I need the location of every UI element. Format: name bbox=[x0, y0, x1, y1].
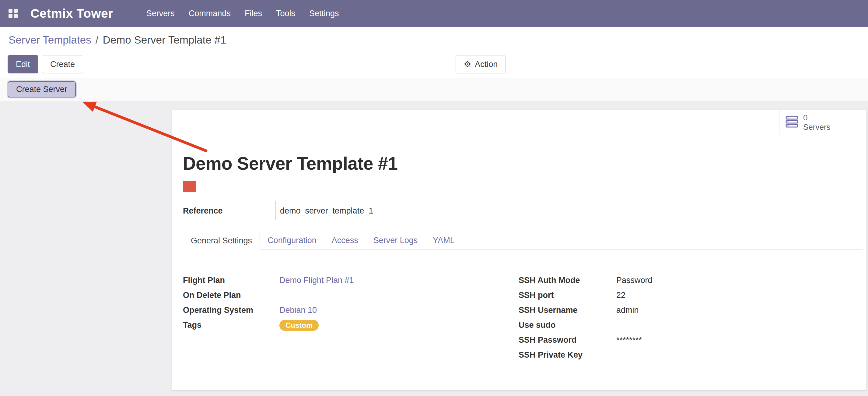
breadcrumb-current: Demo Server Template #1 bbox=[102, 34, 226, 46]
tab-access[interactable]: Access bbox=[324, 232, 366, 249]
field-label-ssh-port: SSH port bbox=[519, 291, 610, 300]
field-group-left: Flight Plan Demo Flight Plan #1 On Delet… bbox=[183, 273, 519, 333]
reference-field: Reference demo_server_template_1 bbox=[183, 201, 373, 220]
action-button-label: Action bbox=[475, 60, 498, 69]
operating-system-link[interactable]: Debian 10 bbox=[279, 306, 317, 315]
tag-custom: Custom bbox=[279, 320, 319, 331]
reference-label: Reference bbox=[183, 206, 275, 216]
field-label-ssh-username: SSH Username bbox=[519, 306, 610, 315]
apps-grid-icon[interactable] bbox=[8, 8, 18, 19]
general-settings-fields: Flight Plan Demo Flight Plan #1 On Delet… bbox=[183, 273, 859, 363]
record-color-swatch bbox=[183, 181, 196, 192]
tab-configuration[interactable]: Configuration bbox=[260, 232, 324, 249]
menu-item-commands[interactable]: Commands bbox=[182, 9, 238, 18]
ssh-password-value: ******** bbox=[610, 333, 859, 347]
servers-stat-button[interactable]: 0 Servers bbox=[779, 110, 864, 135]
action-button[interactable]: ⚙ Action bbox=[456, 55, 506, 74]
form-buttons-row: Edit Create ⚙ Action bbox=[0, 55, 868, 74]
top-navbar: Cetmix Tower Servers Commands Files Tool… bbox=[0, 0, 868, 27]
servers-stat-text: 0 Servers bbox=[803, 113, 831, 132]
servers-count: 0 bbox=[803, 113, 831, 122]
flight-plan-value: Demo Flight Plan #1 bbox=[279, 273, 519, 288]
tags-value: Custom bbox=[279, 318, 519, 333]
ssh-port-value: 22 bbox=[610, 288, 859, 303]
tab-general-settings[interactable]: General Settings bbox=[183, 232, 260, 250]
ssh-auth-mode-value: Password bbox=[610, 273, 859, 288]
menu-item-tools[interactable]: Tools bbox=[269, 9, 302, 18]
field-label-flight-plan: Flight Plan bbox=[183, 276, 279, 285]
create-button[interactable]: Create bbox=[42, 55, 83, 74]
main-menu: Servers Commands Files Tools Settings bbox=[140, 9, 346, 18]
servers-count-label: Servers bbox=[803, 122, 831, 132]
server-stack-icon bbox=[785, 116, 798, 129]
field-label-on-delete-plan: On Delete Plan bbox=[183, 291, 279, 300]
menu-item-files[interactable]: Files bbox=[238, 9, 269, 18]
content-area: 0 Servers Demo Server Template #1 Refere… bbox=[0, 101, 868, 396]
tab-server-logs[interactable]: Server Logs bbox=[366, 232, 426, 249]
gear-icon: ⚙ bbox=[464, 60, 471, 68]
tab-yaml[interactable]: YAML bbox=[425, 232, 462, 249]
reference-value: demo_server_template_1 bbox=[275, 201, 373, 220]
create-server-button[interactable]: Create Server bbox=[8, 81, 76, 97]
field-label-ssh-private-key: SSH Private Key bbox=[519, 350, 610, 360]
status-bar: Create Server bbox=[0, 78, 868, 101]
record-title: Demo Server Template #1 bbox=[183, 154, 398, 173]
ssh-private-key-value bbox=[610, 347, 859, 363]
breadcrumb: Server Templates / Demo Server Template … bbox=[0, 27, 868, 53]
app-brand[interactable]: Cetmix Tower bbox=[30, 6, 113, 21]
field-label-operating-system: Operating System bbox=[183, 306, 279, 315]
breadcrumb-separator: / bbox=[96, 34, 99, 46]
menu-item-servers[interactable]: Servers bbox=[140, 9, 182, 18]
ssh-username-value: admin bbox=[610, 303, 859, 318]
notebook-tabs: General Settings Configuration Access Se… bbox=[183, 232, 863, 250]
breadcrumb-parent-link[interactable]: Server Templates bbox=[8, 34, 91, 46]
edit-button[interactable]: Edit bbox=[8, 55, 38, 74]
field-group-right: SSH Auth Mode Password SSH port 22 SSH U… bbox=[519, 273, 859, 363]
menu-item-settings[interactable]: Settings bbox=[302, 9, 346, 18]
operating-system-value: Debian 10 bbox=[279, 303, 519, 318]
field-label-ssh-auth-mode: SSH Auth Mode bbox=[519, 276, 610, 285]
form-sheet: 0 Servers Demo Server Template #1 Refere… bbox=[172, 110, 867, 391]
on-delete-plan-value bbox=[279, 288, 519, 303]
field-label-use-sudo: Use sudo bbox=[519, 320, 610, 330]
field-label-ssh-password: SSH Password bbox=[519, 335, 610, 345]
field-label-tags: Tags bbox=[183, 320, 279, 330]
use-sudo-value bbox=[610, 318, 859, 333]
flight-plan-link[interactable]: Demo Flight Plan #1 bbox=[279, 276, 354, 285]
